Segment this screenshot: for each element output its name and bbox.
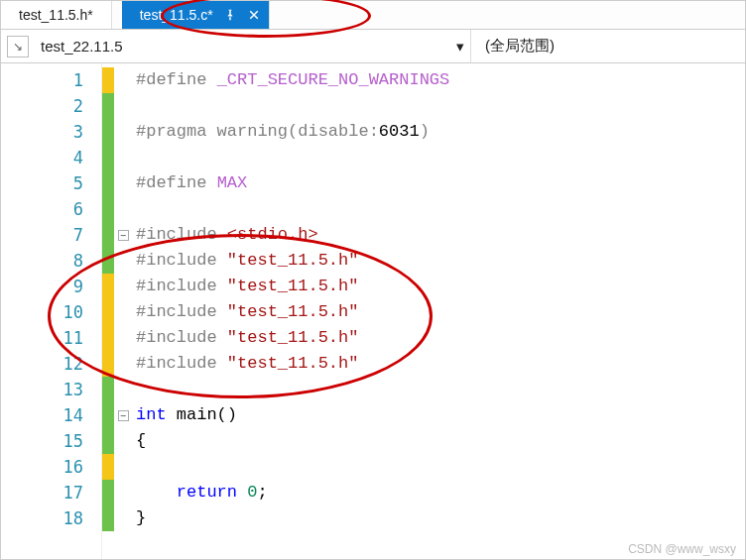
code-line[interactable]	[136, 196, 745, 222]
navigation-bar: ↘ test_22.11.5 ▾ (全局范围)	[0, 30, 746, 63]
tab-bar: test_11.5.h* test_11.5.c*	[0, 0, 746, 30]
change-mark	[102, 170, 114, 196]
line-number: 10	[1, 299, 83, 325]
tab-label: test_11.5.h*	[19, 7, 93, 23]
line-number: 12	[1, 351, 83, 377]
change-mark	[102, 67, 114, 93]
fold-toggle[interactable]: −	[118, 410, 129, 421]
code-line[interactable]: #include <stdio.h>	[136, 222, 745, 248]
code-line[interactable]: return 0;	[136, 480, 745, 505]
change-mark	[102, 351, 114, 377]
code-line[interactable]: #include "test_11.5.h"	[136, 299, 745, 325]
change-mark	[102, 402, 114, 428]
line-number: 9	[1, 274, 83, 299]
code-area[interactable]: #define _CRT_SECURE_NO_WARNINGS#pragma w…	[132, 63, 745, 559]
code-line[interactable]	[136, 454, 745, 480]
line-number: 13	[1, 377, 83, 402]
code-line[interactable]: #define _CRT_SECURE_NO_WARNINGS	[136, 67, 745, 93]
line-numbers: 123456789101112131415161718	[1, 63, 102, 559]
tab-inactive[interactable]: test_11.5.h*	[1, 1, 112, 29]
tab-active[interactable]: test_11.5.c*	[122, 1, 270, 29]
change-mark	[102, 377, 114, 402]
code-line[interactable]: }	[136, 505, 745, 531]
fold-toggle[interactable]: −	[118, 230, 129, 241]
chevron-down-icon: ▾	[456, 38, 464, 56]
line-number: 8	[1, 248, 83, 274]
code-line[interactable]: #include "test_11.5.h"	[136, 274, 745, 299]
change-mark	[102, 325, 114, 351]
line-number: 4	[1, 145, 83, 170]
line-number: 1	[1, 67, 83, 93]
scope-text: (全局范围)	[485, 37, 555, 56]
code-line[interactable]: #include "test_11.5.h"	[136, 325, 745, 351]
line-number: 5	[1, 170, 83, 196]
code-line[interactable]: {	[136, 428, 745, 454]
line-number: 14	[1, 402, 83, 428]
code-line[interactable]: #include "test_11.5.h"	[136, 248, 745, 274]
change-mark	[102, 222, 114, 248]
selector-text: test_22.11.5	[41, 38, 123, 55]
change-mark	[102, 274, 114, 299]
watermark: CSDN @www_wsxy	[628, 542, 736, 556]
scope-selector[interactable]: (全局范围)	[471, 37, 745, 56]
close-icon[interactable]	[247, 8, 261, 22]
change-marks	[102, 63, 114, 559]
code-editor: 123456789101112131415161718 −− #define _…	[0, 63, 746, 560]
line-number: 18	[1, 505, 83, 531]
change-mark	[102, 119, 114, 145]
change-mark	[102, 299, 114, 325]
change-mark	[102, 505, 114, 531]
line-number: 17	[1, 480, 83, 505]
change-mark	[102, 428, 114, 454]
code-line[interactable]	[136, 377, 745, 402]
change-mark	[102, 93, 114, 119]
code-line[interactable]: int main()	[136, 402, 745, 428]
line-number: 16	[1, 454, 83, 480]
change-mark	[102, 196, 114, 222]
change-mark	[102, 454, 114, 480]
line-number: 2	[1, 93, 83, 119]
project-selector[interactable]: test_22.11.5 ▾	[35, 30, 471, 62]
fold-column: −−	[114, 63, 132, 559]
nav-icon[interactable]: ↘	[7, 36, 29, 57]
change-mark	[102, 248, 114, 274]
code-line[interactable]	[136, 145, 745, 170]
pin-icon[interactable]	[223, 8, 237, 22]
line-number: 11	[1, 325, 83, 351]
code-line[interactable]: #include "test_11.5.h"	[136, 351, 745, 377]
line-number: 15	[1, 428, 83, 454]
change-mark	[102, 145, 114, 170]
change-mark	[102, 480, 114, 505]
line-number: 3	[1, 119, 83, 145]
line-number: 6	[1, 196, 83, 222]
code-line[interactable]: #pragma warning(disable:6031)	[136, 119, 745, 145]
code-line[interactable]	[136, 93, 745, 119]
code-line[interactable]: #define MAX	[136, 170, 745, 196]
tab-label: test_11.5.c*	[140, 7, 213, 23]
line-number: 7	[1, 222, 83, 248]
